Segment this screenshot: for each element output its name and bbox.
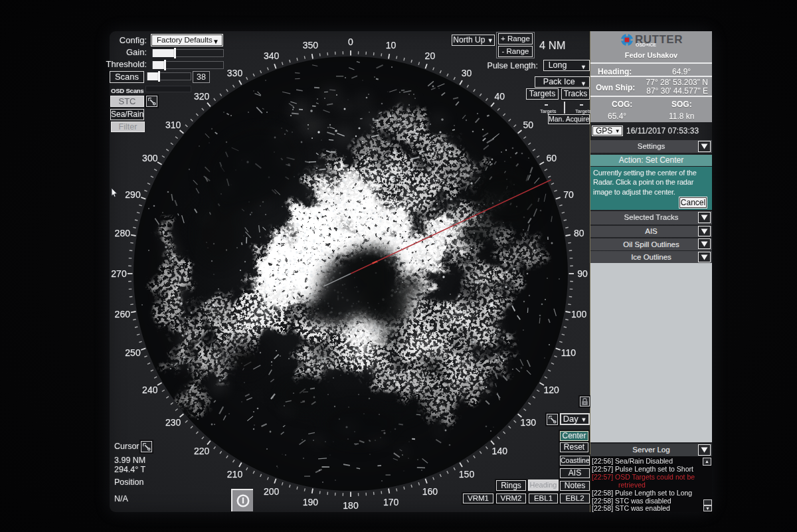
svg-text:310: 310 [165, 119, 181, 130]
svg-text:80: 80 [573, 228, 584, 238]
svg-text:300: 300 [142, 152, 158, 163]
svg-text:340: 340 [263, 50, 279, 61]
svg-text:30: 30 [461, 67, 472, 78]
svg-text:200: 200 [263, 486, 279, 497]
svg-text:220: 220 [194, 446, 210, 456]
svg-text:270: 270 [111, 268, 127, 279]
svg-text:280: 280 [114, 228, 130, 238]
svg-text:10: 10 [385, 40, 396, 50]
svg-text:120: 120 [543, 384, 559, 395]
svg-text:180: 180 [343, 500, 359, 511]
svg-text:40: 40 [494, 90, 505, 101]
svg-text:240: 240 [142, 384, 158, 395]
svg-text:90: 90 [577, 268, 588, 279]
svg-text:290: 290 [125, 189, 141, 199]
svg-text:100: 100 [571, 308, 587, 319]
svg-text:110: 110 [561, 347, 576, 358]
svg-text:260: 260 [114, 308, 130, 319]
svg-text:0: 0 [348, 37, 353, 47]
svg-text:140: 140 [491, 446, 507, 456]
svg-text:160: 160 [422, 486, 438, 497]
svg-text:130: 130 [520, 417, 536, 428]
svg-text:230: 230 [165, 417, 181, 428]
svg-text:210: 210 [226, 469, 242, 480]
svg-text:190: 190 [302, 496, 318, 507]
svg-text:250: 250 [125, 347, 141, 358]
svg-text:50: 50 [523, 119, 533, 130]
svg-text:20: 20 [424, 50, 435, 61]
svg-text:60: 60 [546, 152, 557, 163]
svg-text:150: 150 [458, 469, 474, 480]
svg-text:350: 350 [302, 40, 318, 50]
svg-text:320: 320 [194, 90, 210, 101]
svg-text:330: 330 [226, 67, 242, 78]
svg-text:70: 70 [563, 189, 574, 199]
svg-text:170: 170 [383, 496, 398, 507]
